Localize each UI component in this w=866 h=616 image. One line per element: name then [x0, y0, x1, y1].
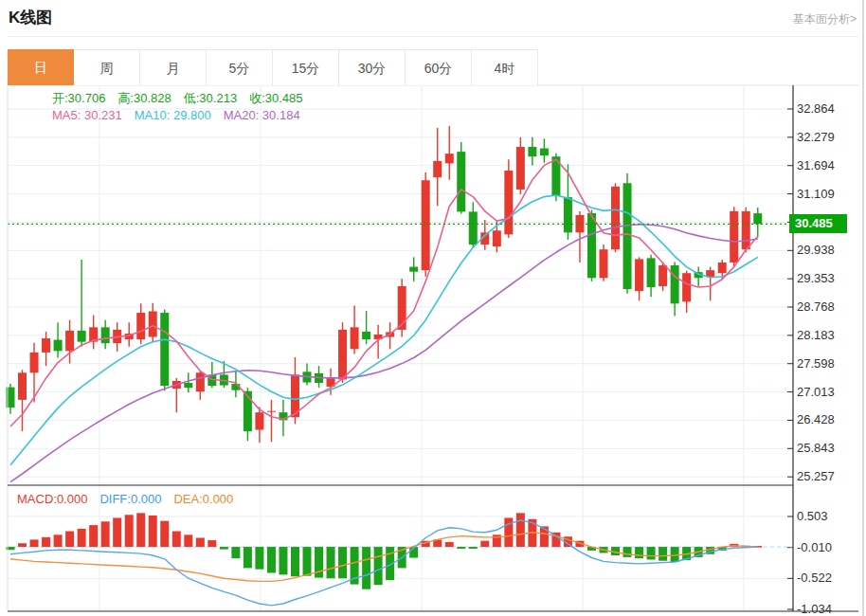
macd-tick-label: -0.522: [797, 571, 857, 585]
kline-page: K线图 基本面分析> 日周月5分15分30分60分4时 开:30.706高:30…: [0, 0, 866, 616]
price-tick-label: 25.843: [797, 441, 857, 455]
price-tick-label: 28.183: [797, 328, 857, 342]
macd-tick-label: 0.503: [797, 509, 857, 523]
price-tick-label: 32.864: [797, 101, 857, 116]
price-tick-label: 29.353: [797, 271, 857, 285]
ohlc-open: 开:30.706: [52, 91, 105, 105]
price-tick-label: 31.109: [797, 187, 857, 201]
period-tabs: 日周月5分15分30分60分4时: [8, 49, 538, 85]
tab-15min[interactable]: 15分: [273, 49, 339, 85]
price-tick-label: 25.257: [797, 469, 857, 483]
diff-label: DIFF:0.000: [99, 492, 161, 506]
macd-tick-label: -0.010: [797, 540, 857, 554]
price-tick-label: 32.279: [797, 130, 857, 144]
tab-week[interactable]: 周: [74, 49, 140, 85]
current-price-label: 30.485: [789, 214, 847, 233]
tab-4hour[interactable]: 4时: [472, 49, 538, 85]
macd-label: MACD:0.000: [17, 492, 87, 506]
macd-legend: MACD:0.000DIFF:0.000DEA:0.000: [17, 492, 245, 506]
price-tick-label: 27.013: [797, 385, 857, 399]
price-tick-label: 27.598: [797, 356, 857, 371]
tab-day[interactable]: 日: [8, 49, 74, 85]
ma10-label: MA10: 29.800: [135, 108, 211, 122]
price-tick-label: 31.694: [797, 158, 857, 172]
price-tick-label: 29.938: [797, 243, 857, 257]
tab-5min[interactable]: 5分: [207, 49, 273, 85]
tab-month[interactable]: 月: [140, 49, 207, 85]
ma5-label: MA5: 30.231: [52, 108, 122, 122]
tab-60min[interactable]: 60分: [406, 49, 472, 85]
ohlc-legend: 开:30.706高:30.828低:30.213收:30.485: [52, 90, 316, 107]
ma-legend: MA5: 30.231MA10: 29.800MA20: 30.184: [52, 108, 313, 122]
ohlc-close: 收:30.485: [249, 91, 302, 105]
price-tick-label: 26.428: [797, 412, 857, 426]
price-tick-label: 28.768: [797, 299, 857, 314]
ohlc-high: 高:30.828: [117, 91, 171, 105]
tab-30min[interactable]: 30分: [339, 49, 406, 85]
ma20-label: MA20: 30.184: [224, 108, 300, 122]
dea-label: DEA:0.000: [173, 492, 233, 506]
macd-tick-label: -1.034: [797, 602, 857, 616]
ohlc-low: 低:30.213: [184, 91, 237, 105]
